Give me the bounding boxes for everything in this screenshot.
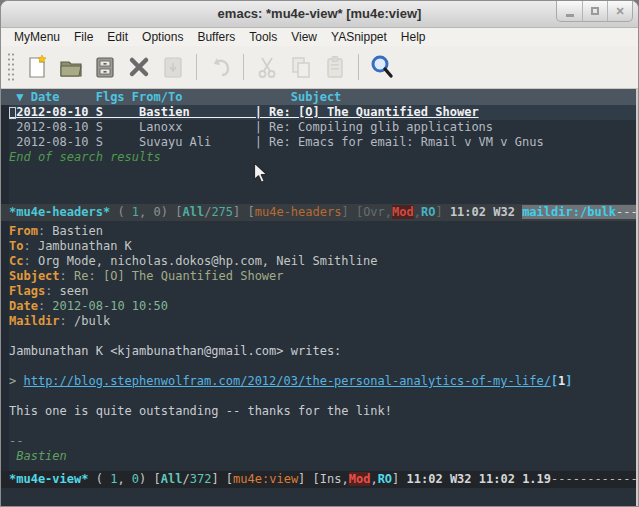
headers-rows: 2012-08-10 S Bastien | Re: [O] The Quant… xyxy=(9,105,636,150)
emacs-window: emacs: *mu4e-view* [mu4e:view] ✕ MyMenuF… xyxy=(0,0,639,507)
undo-button[interactable] xyxy=(203,50,237,84)
cut-button[interactable] xyxy=(250,50,284,84)
view-line[interactable]: > http://blog.stephenwolfram.com/2012/03… xyxy=(9,374,636,389)
view-line: Flags: seen xyxy=(9,284,636,299)
save-as-icon xyxy=(160,54,186,80)
message-row[interactable]: 2012-08-10 S Bastien | Re: [O] The Quant… xyxy=(9,105,636,120)
view-body: From: BastienTo: Jambunathan KCc: Org Mo… xyxy=(9,224,636,464)
close-icon: ✕ xyxy=(615,6,624,17)
title-bar[interactable]: emacs: *mu4e-view* [mu4e:view] ✕ xyxy=(1,1,638,28)
cut-scissors-icon xyxy=(254,54,280,80)
search-button[interactable] xyxy=(365,50,399,84)
minimize-icon xyxy=(566,14,574,17)
view-line: This one is quite outstanding -- thanks … xyxy=(9,404,636,419)
message-row[interactable]: 2012-08-10 S Suvayu Ali | Re: Emacs for … xyxy=(9,135,636,150)
window-title: emacs: *mu4e-view* [mu4e:view] xyxy=(1,6,638,21)
paste-clipboard-icon xyxy=(322,54,348,80)
view-line: Subject: Re: [O] The Quantified Shower xyxy=(9,269,636,284)
menu-bar: MyMenuFileEditOptionsBuffersToolsViewYAS… xyxy=(1,28,638,46)
modeline-mu4e-headers[interactable]: *mu4e-headers* ( 1, 0) [All/275] [mu4e-h… xyxy=(1,204,636,221)
close-buffer-button[interactable] xyxy=(122,50,156,84)
view-line: -- xyxy=(9,434,636,449)
menu-help[interactable]: Help xyxy=(394,29,433,45)
modeline-mu4e-view[interactable]: *mu4e-view* ( 1, 0) [All/372] [mu4e:view… xyxy=(1,471,636,488)
save-button[interactable] xyxy=(88,50,122,84)
end-of-search-results-text: End of search results xyxy=(9,150,636,165)
maximize-icon xyxy=(591,7,599,15)
menu-options[interactable]: Options xyxy=(135,29,190,45)
view-line: Bastien xyxy=(9,449,636,464)
mu4e-view-window[interactable]: From: BastienTo: Jambunathan KCc: Org Mo… xyxy=(1,221,636,471)
paste-button[interactable] xyxy=(318,50,352,84)
message-row[interactable]: 2012-08-10 S Lanoxx | Re: Compiling glib… xyxy=(9,120,636,135)
menu-edit[interactable]: Edit xyxy=(100,29,135,45)
mu4e-headers-window[interactable]: ▼ Date Flgs From/To Subject 2012-08-10 S… xyxy=(1,89,636,204)
close-x-icon xyxy=(126,54,152,80)
toolbar-drag-handle[interactable] xyxy=(7,52,14,82)
menu-file[interactable]: File xyxy=(67,29,100,45)
open-folder-icon xyxy=(58,54,84,80)
search-icon xyxy=(369,54,395,80)
hollow-cursor xyxy=(9,107,16,119)
echo-area[interactable] xyxy=(1,488,636,507)
toolbar-separator xyxy=(196,54,197,80)
view-line: To: Jambunathan K xyxy=(9,239,636,254)
view-line xyxy=(9,359,636,374)
undo-icon xyxy=(207,54,233,80)
view-line: Cc: Org Mode, nicholas.dokos@hp.com, Nei… xyxy=(9,254,636,269)
view-line: Date: 2012-08-10 10:50 xyxy=(9,299,636,314)
toolbar-separator xyxy=(243,54,244,80)
toolbar-separator xyxy=(358,54,359,80)
close-button[interactable]: ✕ xyxy=(607,1,632,21)
view-line: From: Bastien xyxy=(9,224,636,239)
minimize-button[interactable] xyxy=(557,1,582,21)
headers-column-header-line[interactable]: ▼ Date Flgs From/To Subject xyxy=(1,89,636,105)
view-line xyxy=(9,389,636,404)
new-file-icon xyxy=(24,54,50,80)
open-file-button[interactable] xyxy=(54,50,88,84)
menu-view[interactable]: View xyxy=(284,29,324,45)
toolbar xyxy=(1,46,638,89)
maximize-button[interactable] xyxy=(582,1,607,21)
copy-button[interactable] xyxy=(284,50,318,84)
emacs-frame-content: ▼ Date Flgs From/To Subject 2012-08-10 S… xyxy=(1,89,638,507)
save-as-button[interactable] xyxy=(156,50,190,84)
menu-mymenu[interactable]: MyMenu xyxy=(7,29,67,45)
view-line xyxy=(9,419,636,434)
menu-buffers[interactable]: Buffers xyxy=(190,29,242,45)
view-line xyxy=(9,329,636,344)
menu-yasnippet[interactable]: YASnippet xyxy=(324,29,394,45)
save-icon xyxy=(92,54,118,80)
view-line: Maildir: /bulk xyxy=(9,314,636,329)
window-controls: ✕ xyxy=(556,1,633,22)
new-file-button[interactable] xyxy=(20,50,54,84)
view-line: Jambunathan K <kjambunathan@gmail.com> w… xyxy=(9,344,636,359)
menu-tools[interactable]: Tools xyxy=(242,29,284,45)
copy-icon xyxy=(288,54,314,80)
